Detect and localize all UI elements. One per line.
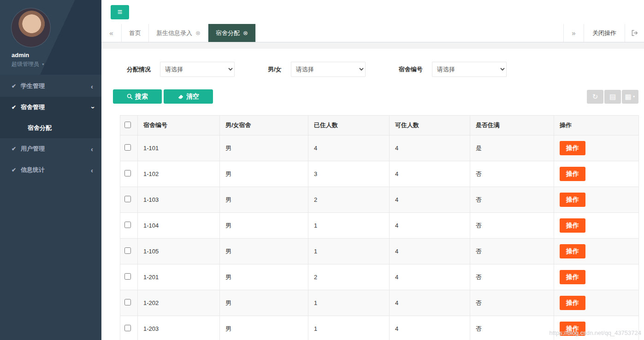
filter-label: 宿舍编号	[399, 65, 423, 74]
column-header-dorm: 宿舍编号	[138, 116, 220, 135]
row-action-button[interactable]: 操作	[560, 296, 585, 310]
filter-dorm-number: 宿舍编号 请选择	[399, 62, 507, 77]
sidebar-item-dorm-management[interactable]: ✔ 宿舍管理 ‹	[0, 97, 101, 118]
sidebar-item-info-statistics[interactable]: ✔ 信息统计 ‹	[0, 159, 101, 181]
sidebar-item-user-management[interactable]: ✔ 用户管理 ‹	[0, 138, 101, 159]
sign-out-button[interactable]	[625, 24, 644, 42]
cell-gender: 男	[220, 213, 308, 239]
tabbar-right: » 关闭操作	[563, 24, 644, 42]
row-checkbox[interactable]	[124, 325, 131, 331]
dorm-number-select[interactable]: 请选择	[432, 62, 507, 77]
close-icon[interactable]: ⊗	[195, 29, 201, 36]
tab-new-student-entry[interactable]: 新生信息录入 ⊗	[149, 24, 208, 42]
tab-home[interactable]: 首页	[122, 24, 149, 42]
cell-dorm-number: 1-203	[138, 316, 220, 340]
cell-is-full: 否	[470, 187, 554, 213]
cell-capacity: 4	[390, 213, 470, 239]
row-checkbox[interactable]	[124, 144, 131, 151]
submenu-label: 宿舍分配	[28, 124, 52, 132]
check-icon: ✔	[12, 83, 16, 89]
close-operations-button[interactable]: 关闭操作	[584, 24, 625, 42]
row-checkbox[interactable]	[124, 222, 131, 228]
cell-capacity: 4	[390, 187, 470, 213]
close-icon[interactable]: ⊗	[243, 29, 248, 36]
clear-button[interactable]: 清空	[164, 89, 213, 104]
tab-label: 新生信息录入	[156, 29, 192, 37]
row-checkbox[interactable]	[124, 299, 131, 305]
row-checkbox[interactable]	[124, 247, 131, 254]
sidebar: admin 超级管理员 ▼ ✔ 学生管理 ‹ ✔ 宿舍管理 ‹ 宿舍分配 ✔	[0, 0, 101, 340]
column-header-operation: 操作	[554, 116, 639, 135]
sidebar-item-dorm-allocation[interactable]: 宿舍分配	[0, 118, 101, 138]
chevron-left-icon: ‹	[91, 145, 93, 153]
menu-label: 学生管理	[21, 82, 45, 90]
main-area: ≡ « 首页 新生信息录入 ⊗ 宿舍分配 ⊗ » 关闭操作	[101, 0, 644, 340]
columns-dropdown-button[interactable]: ▦ ▼	[622, 90, 638, 104]
content-area: 分配情况 请选择 男/女 请选择 宿舍编号 请选择	[101, 42, 644, 340]
cell-dorm-number: 1-202	[138, 290, 220, 316]
refresh-button[interactable]: ↻	[587, 90, 603, 104]
tab-label: 宿舍分配	[216, 29, 240, 37]
dorm-table: 宿舍编号 男/女宿舍 已住人数 可住人数 是否住满 操作 1-101 男 4 4…	[120, 115, 639, 340]
table-row: 1-201 男 2 4 否 操作	[120, 264, 639, 290]
row-checkbox[interactable]	[124, 170, 131, 176]
cell-gender: 男	[220, 187, 308, 213]
cell-occupied: 4	[308, 135, 390, 161]
menu-label: 信息统计	[21, 166, 45, 174]
topbar: ≡	[101, 0, 644, 24]
select-all-checkbox[interactable]	[124, 122, 131, 128]
chevron-down-icon: ‹	[88, 106, 96, 109]
row-action-button[interactable]: 操作	[560, 141, 585, 155]
row-action-button[interactable]: 操作	[560, 193, 585, 207]
cell-is-full: 否	[470, 264, 554, 290]
cell-is-full: 否	[470, 161, 554, 187]
table-row: 1-105 男 1 4 否 操作	[120, 239, 639, 264]
tabs-scroll-right-button[interactable]: »	[563, 24, 584, 42]
cell-is-full: 否	[470, 239, 554, 264]
cell-gender: 男	[220, 290, 308, 316]
tab-label: 首页	[129, 29, 141, 37]
table-row: 1-101 男 4 4 是 操作	[120, 135, 639, 161]
table-row: 1-202 男 1 4 否 操作	[120, 290, 639, 316]
search-button[interactable]: 搜索	[113, 89, 162, 104]
clear-button-label: 清空	[186, 93, 199, 101]
table-toolbar: ↻ ▤ ▦ ▼	[587, 90, 638, 104]
role-dropdown[interactable]: 超级管理员 ▼	[12, 60, 101, 68]
caret-down-icon: ▼	[632, 95, 636, 98]
row-checkbox[interactable]	[124, 273, 131, 280]
hamburger-menu-button[interactable]: ≡	[111, 5, 129, 19]
filter-row: 分配情况 请选择 男/女 请选择 宿舍编号 请选择	[127, 62, 638, 77]
search-icon	[127, 94, 133, 100]
allocation-status-select[interactable]: 请选择	[160, 62, 235, 77]
cell-capacity: 4	[390, 161, 470, 187]
cell-capacity: 4	[390, 290, 470, 316]
row-action-button[interactable]: 操作	[560, 167, 585, 181]
sidebar-item-student-management[interactable]: ✔ 学生管理 ‹	[0, 76, 101, 97]
tabs-scroll-left-button[interactable]: «	[101, 24, 122, 42]
cell-capacity: 4	[390, 135, 470, 161]
row-checkbox[interactable]	[124, 196, 131, 202]
caret-down-icon: ▼	[41, 63, 45, 66]
watermark: https://blog.csdn.net/qq_43753724	[549, 329, 642, 336]
cell-capacity: 4	[390, 316, 470, 340]
avatar[interactable]	[12, 8, 50, 47]
refresh-icon: ↻	[592, 93, 598, 101]
row-action-button[interactable]: 操作	[560, 218, 585, 233]
row-action-button[interactable]: 操作	[560, 244, 585, 258]
table-view-icon: ▤	[609, 93, 616, 101]
cell-gender: 男	[220, 316, 308, 340]
gender-select[interactable]: 请选择	[291, 62, 366, 77]
cell-capacity: 4	[390, 264, 470, 290]
cell-occupied: 1	[308, 213, 390, 239]
table-view-button[interactable]: ▤	[604, 90, 621, 104]
row-action-button[interactable]: 操作	[560, 270, 585, 284]
filter-allocation-status: 分配情况 请选择	[127, 62, 235, 77]
cell-dorm-number: 1-102	[138, 161, 220, 187]
tab-dorm-allocation[interactable]: 宿舍分配 ⊗	[208, 24, 256, 42]
column-header-full: 是否住满	[470, 116, 554, 135]
menu-label: 用户管理	[21, 145, 45, 153]
column-header-occupied: 已住人数	[308, 116, 390, 135]
menu-label: 宿舍管理	[21, 103, 45, 111]
filter-gender: 男/女 请选择	[268, 62, 366, 77]
role-label: 超级管理员	[12, 60, 39, 68]
